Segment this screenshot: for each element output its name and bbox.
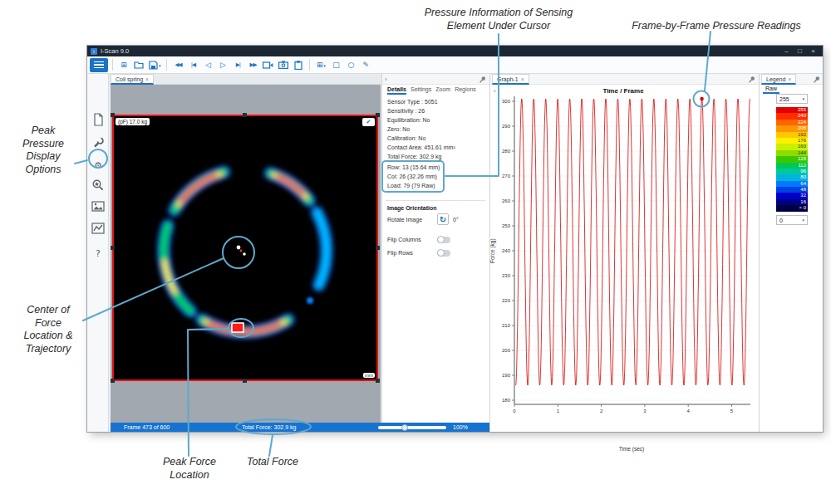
app-logo-icon: i [91, 48, 97, 55]
legend-min-spinner[interactable]: 0 ▾ [776, 215, 808, 225]
save-button[interactable]: ▾ [147, 58, 162, 72]
legend-max-spinner[interactable]: 255 ▾ [776, 94, 808, 104]
rectangle-tool-button[interactable]: □ [329, 58, 342, 72]
svg-text:2: 2 [600, 409, 603, 413]
map-checkbox[interactable]: ✔ [362, 118, 375, 126]
graph-x-axis-label: Time (sec) [582, 446, 681, 452]
flip-rows-toggle[interactable] [437, 250, 450, 257]
record-movie-button[interactable] [261, 58, 275, 72]
rotate-image-label: Rotate Image [387, 217, 422, 223]
sidebar-image-button[interactable] [90, 201, 106, 218]
figure-page: Pressure Information of Sensing Element … [0, 0, 831, 504]
draw-tool-button[interactable]: ✎ [359, 58, 372, 72]
sidebar-graph-button[interactable] [90, 223, 106, 239]
main-menu-button[interactable] [90, 58, 108, 72]
field-total-force: Total Force: 302.9 kg [387, 154, 441, 159]
fast-forward-button[interactable]: ▶▶ [246, 58, 259, 72]
tab-settings[interactable]: Settings [411, 86, 431, 95]
sidebar-document-button[interactable] [90, 113, 106, 130]
pin-icon[interactable] [748, 76, 755, 84]
sidebar-tools-button[interactable] [90, 135, 106, 152]
annotation-pressure-info: Pressure Information of Sensing Element … [389, 7, 608, 32]
tab-close-icon[interactable]: × [145, 76, 149, 82]
grid-display-button[interactable]: ⊞ ▾ [314, 58, 327, 72]
legend-scale-row: 176 [776, 138, 808, 144]
details-collapse-chevron-icon[interactable]: › [385, 76, 387, 84]
svg-text:1: 1 [557, 409, 560, 413]
selection-handle[interactable] [111, 113, 115, 117]
grid-caret-icon: ▾ [323, 63, 326, 68]
tab-coil-spring[interactable]: Coil spring × [111, 74, 154, 85]
toolbar-separator [166, 59, 167, 71]
tab-regions[interactable]: Regions [455, 86, 476, 95]
legend-mode-tab[interactable]: Raw [763, 86, 779, 94]
legend-scale-row: 16 [776, 199, 808, 205]
close-button[interactable]: × [807, 47, 819, 55]
sidebar-settings-button[interactable]: ⚙ [90, 158, 106, 174]
legend-scale-row: 128 [776, 156, 808, 162]
legend-scale-row: 255 [776, 107, 808, 113]
legend-panel: Legend × Raw 255 ▾ 255240224208192176160… [759, 74, 823, 432]
zoom-slider[interactable] [378, 426, 446, 429]
play-button[interactable]: ▷ [216, 58, 229, 72]
selection-handle[interactable] [111, 379, 115, 383]
toolbar: ⊞ ▾ ◀◀ |◀ ◁ ▷ ▶| ▶▶ [87, 56, 823, 74]
svg-text:190: 190 [502, 373, 511, 378]
pin-icon[interactable] [479, 76, 486, 84]
tab-close-icon[interactable]: × [521, 76, 524, 82]
status-bar: Frame 473 of 600 Total Force: 302.9 kg 1… [111, 423, 489, 432]
svg-text:220: 220 [502, 298, 511, 303]
new-document-button[interactable]: ⊞ [117, 58, 130, 72]
tab-close-icon[interactable]: × [788, 76, 791, 82]
legend-scale-row: 208 [776, 125, 808, 131]
graph-icon [91, 223, 105, 234]
document-icon [92, 113, 104, 126]
wrench-icon [91, 135, 105, 149]
spinner-caret-icon: ▾ [802, 95, 804, 104]
annotation-total-force: Total Force [236, 456, 309, 469]
svg-text:200: 200 [502, 348, 511, 353]
zoom-slider-thumb[interactable] [401, 424, 408, 431]
window-title: I-Scan 9.0 [101, 47, 129, 55]
field-sensitivity: Sensitivity : 26 [387, 108, 425, 114]
ellipse-tool-button[interactable]: ○ [344, 58, 357, 72]
svg-text:260: 260 [502, 198, 511, 203]
selection-handle[interactable] [111, 246, 115, 250]
svg-text:290: 290 [502, 124, 511, 129]
sidebar-help-button[interactable]: ? [90, 246, 106, 262]
step-back-button[interactable]: ◁ [201, 58, 214, 72]
svg-text:300: 300 [502, 99, 511, 104]
selection-handle[interactable] [376, 246, 380, 250]
rotate-image-button[interactable]: ↻ [437, 213, 449, 225]
tab-zoom[interactable]: Zoom [435, 86, 450, 95]
selection-handle[interactable] [243, 113, 247, 117]
flip-rows-label: Flip Rows [387, 250, 413, 256]
clipboard-icon [294, 61, 302, 70]
minimize-button[interactable]: – [780, 47, 793, 55]
peak-force-overlay-label: (pF) 17.0 kg [116, 118, 150, 125]
selection-handle[interactable] [243, 379, 247, 383]
sensor-map-frame[interactable]: (pF) 17.0 kg ✔ mm [112, 115, 378, 381]
field-zero: Zero: No [387, 126, 410, 132]
rewind-button[interactable]: ◀◀ [171, 58, 184, 72]
pin-icon[interactable] [813, 76, 820, 84]
camera-icon [278, 61, 288, 69]
maximize-button[interactable]: □ [794, 47, 806, 55]
flip-columns-toggle[interactable] [437, 237, 450, 243]
selection-handle[interactable] [376, 379, 380, 383]
app-window: i I-Scan 9.0 – □ × ⊞ ▾ ◀◀ |◀ ◁ ▷ [87, 46, 823, 432]
sidebar-peak-pressure-button[interactable] [90, 179, 106, 195]
total-force-readout: Total Force: 302.9 kg [242, 423, 296, 432]
first-frame-button[interactable]: |◀ [186, 58, 199, 72]
snapshot-button[interactable] [277, 58, 290, 72]
frame-cursor-marker[interactable] [700, 97, 703, 100]
copy-button[interactable] [292, 58, 305, 72]
step-forward-button[interactable]: ▶| [231, 58, 244, 72]
open-file-button[interactable] [132, 58, 145, 72]
folder-icon [134, 61, 144, 69]
field-contact-area: Contact Area: 451.61 mm² [387, 144, 455, 150]
tab-details[interactable]: Details [387, 86, 406, 95]
pressure-map-area: (pF) 17.0 kg ✔ mm [111, 85, 381, 423]
tab-legend[interactable]: Legend × [761, 74, 796, 85]
selection-handle[interactable] [376, 113, 380, 117]
